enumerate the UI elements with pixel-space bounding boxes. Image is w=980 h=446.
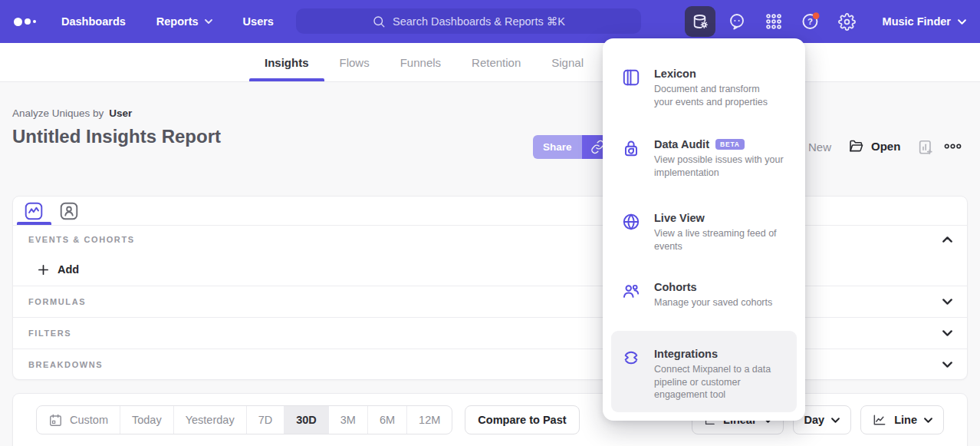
- beta-badge: BETA: [715, 139, 745, 150]
- range-custom-label: Custom: [70, 414, 108, 426]
- mixpanel-logo[interactable]: [14, 18, 44, 26]
- logo-dot: [25, 18, 31, 25]
- settings-gear-button[interactable]: [832, 6, 863, 37]
- add-label: Add: [58, 263, 79, 276]
- breakdowns-label: BREAKDOWNS: [28, 360, 103, 369]
- feedback-chat-button[interactable]: [722, 6, 752, 37]
- tab-retention[interactable]: Retention: [472, 43, 521, 81]
- plus-icon: [38, 264, 49, 276]
- chevron-up-icon[interactable]: [942, 236, 952, 243]
- chart-plus-icon: [917, 139, 934, 156]
- events-view-tab[interactable]: [24, 201, 44, 221]
- globe-icon: [621, 212, 641, 232]
- search-input[interactable]: Search Dashboards & Reports ⌘K: [296, 8, 641, 34]
- menu-item-description: View a live streaming feed of events: [654, 227, 794, 253]
- data-management-button[interactable]: [685, 6, 715, 37]
- menu-item-lexicon[interactable]: Lexicon Document and transform your even…: [611, 58, 797, 117]
- menu-item-text: Live View View a live streaming feed of …: [654, 212, 794, 253]
- chevron-down-icon: [958, 19, 966, 25]
- tab-flows[interactable]: Flows: [340, 43, 370, 81]
- app-root: Dashboards Reports Users Search Dashboar…: [0, 0, 980, 446]
- report-title[interactable]: Untitled Insights Report: [12, 126, 221, 147]
- menu-item-text: Cohorts Manage your saved cohorts: [654, 281, 794, 309]
- gear-icon: [838, 13, 856, 31]
- help-button[interactable]: ?: [795, 6, 826, 37]
- menu-item-integrations[interactable]: Integrations Connect Mixpanel to a data …: [611, 331, 797, 412]
- menu-item-title: Lexicon: [654, 68, 696, 80]
- users-view-tab[interactable]: [59, 201, 79, 221]
- range-yesterday[interactable]: Yesterday: [173, 406, 246, 434]
- open-report-button[interactable]: Open: [848, 138, 900, 154]
- menu-item-cohorts[interactable]: Cohorts Manage your saved cohorts: [611, 272, 797, 319]
- range-6m[interactable]: 6M: [367, 406, 406, 434]
- search-placeholder: Search Dashboards & Reports ⌘K: [393, 15, 565, 28]
- search-icon: [372, 15, 386, 28]
- chevron-down-icon[interactable]: [942, 362, 952, 368]
- logo-dot: [14, 18, 22, 26]
- share-button[interactable]: Share: [533, 135, 582, 159]
- workspace-selector[interactable]: Music Finder: [883, 15, 966, 28]
- range-12m[interactable]: 12M: [406, 406, 452, 434]
- compare-to-past-button[interactable]: Compare to Past: [465, 405, 579, 434]
- tab-signal[interactable]: Signal: [551, 43, 584, 81]
- folder-open-icon: [848, 138, 864, 154]
- formulas-section[interactable]: FORMULAS: [13, 286, 967, 317]
- chart-type-dropdown[interactable]: Line: [860, 405, 944, 434]
- analyze-line: Analyze Uniques by User: [12, 107, 221, 119]
- chevron-down-icon: [831, 418, 840, 423]
- chart-type-label: Line: [894, 414, 917, 426]
- range-3m[interactable]: 3M: [328, 406, 367, 434]
- query-builder-card: EVENTS & COHORTS Add FORMULAS FILTERS BR…: [12, 196, 968, 380]
- filters-section[interactable]: FILTERS: [13, 317, 967, 349]
- granularity-label: Day: [804, 414, 825, 426]
- navbar-actions: ? Music Finder: [685, 0, 966, 43]
- date-range-segmented-control: Custom Today Yesterday 7D 30D 3M 6M 12M: [36, 405, 452, 434]
- menu-item-title: Integrations: [654, 348, 718, 360]
- chevron-down-icon[interactable]: [942, 330, 952, 336]
- nav-item-reports[interactable]: Reports: [156, 15, 212, 28]
- more-options-button[interactable]: [944, 143, 962, 150]
- grid-dots-icon: [765, 12, 783, 31]
- report-tabbar: Insights Flows Funnels Retention Signal …: [0, 43, 980, 82]
- nav-item-users[interactable]: Users: [243, 15, 274, 28]
- users-icon: [621, 281, 641, 301]
- add-event-row: Add: [13, 253, 967, 286]
- chevron-down-icon: [205, 19, 212, 24]
- nav-item-dashboards[interactable]: Dashboards: [61, 15, 126, 28]
- open-label: Open: [871, 140, 900, 153]
- range-custom[interactable]: Custom: [37, 406, 120, 434]
- sync-arrows-icon: [621, 348, 641, 368]
- chevron-down-icon: [924, 418, 932, 423]
- tab-insights[interactable]: Insights: [265, 43, 309, 81]
- line-chart-tab-icon: [24, 201, 44, 221]
- workspace-name: Music Finder: [883, 15, 951, 28]
- add-to-dashboard-button[interactable]: [917, 139, 934, 156]
- database-gear-icon: [691, 12, 709, 31]
- tab-funnels[interactable]: Funnels: [400, 43, 441, 81]
- menu-item-data-audit[interactable]: Data Audit BETA View possible issues wit…: [611, 129, 797, 188]
- range-30d[interactable]: 30D: [284, 406, 328, 434]
- new-report-button[interactable]: New: [808, 140, 831, 154]
- data-management-popup: Lexicon Document and transform your even…: [603, 38, 805, 421]
- events-cohorts-section[interactable]: EVENTS & COHORTS: [13, 226, 967, 253]
- analyze-entity[interactable]: User: [109, 107, 132, 119]
- apps-grid-button[interactable]: [758, 6, 789, 37]
- menu-item-title: Data Audit: [654, 138, 709, 150]
- svg-text:?: ?: [807, 17, 813, 26]
- add-event-button[interactable]: Add: [38, 263, 79, 276]
- range-today[interactable]: Today: [120, 406, 173, 434]
- logo-dot: [33, 20, 36, 23]
- date-controls-card: Custom Today Yesterday 7D 30D 3M 6M 12M …: [12, 393, 968, 446]
- query-view-tabs: [13, 197, 967, 226]
- menu-item-description: Connect Mixpanel to a data pipeline or c…: [654, 363, 794, 401]
- menu-item-title: Cohorts: [654, 281, 697, 293]
- share-group: Share: [533, 135, 614, 159]
- primary-nav: Dashboards Reports Users: [61, 15, 274, 28]
- menu-item-live-view[interactable]: Live View View a live streaming feed of …: [611, 203, 797, 262]
- breakdowns-section[interactable]: BREAKDOWNS: [13, 349, 967, 380]
- chevron-down-icon[interactable]: [942, 299, 952, 305]
- nav-item-reports-label: Reports: [156, 15, 199, 28]
- analyze-label: Analyze Uniques by: [12, 107, 104, 119]
- range-7d[interactable]: 7D: [246, 406, 284, 434]
- menu-item-title: Live View: [654, 212, 705, 224]
